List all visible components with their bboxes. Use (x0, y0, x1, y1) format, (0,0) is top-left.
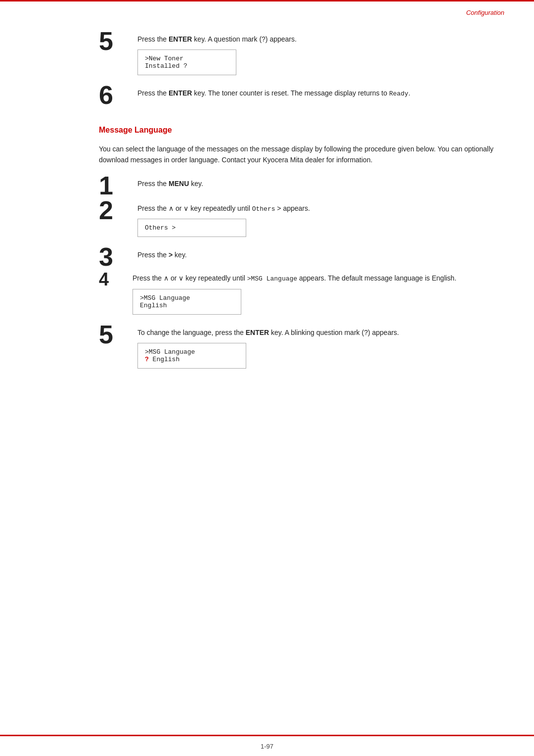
ml-step3-text-after: key. (173, 251, 187, 259)
message-language-section: Message Language (99, 126, 504, 135)
ml-step5-display-line1: >MSG Language (145, 348, 239, 356)
prior-step6-text: Press the ENTER key. The toner counter i… (137, 85, 504, 99)
page-footer: 1-97 (0, 743, 534, 750)
prior-step6-key: ENTER (169, 89, 192, 97)
ml-step4-text: Press the ∧ or ∨ key repeatedly until >M… (133, 272, 504, 284)
prior-step5-display-line2: Installed ? (145, 62, 229, 70)
top-border-line (0, 0, 534, 1)
ml-step2-text: Press the ∧ or ∨ key repeatedly until Ot… (137, 200, 504, 214)
ml-step5-mark: (?) (361, 329, 370, 336)
ml-step5-row: 5 To change the language, press the ENTE… (99, 325, 504, 377)
prior-step5-text-after: key. A question mark (192, 35, 259, 43)
ml-step1-text: Press the MENU key. (137, 176, 504, 189)
ml-step1-key: MENU (169, 180, 189, 188)
ml-step4-mono: >MSG Language (247, 275, 297, 283)
prior-step5-mark: (?) (259, 35, 267, 43)
ml-step4-display-line2: English (140, 302, 234, 309)
ml-step5-text-end: appears. (370, 329, 399, 336)
ml-step4-text-before: Press the ∧ or ∨ key repeatedly until (133, 274, 247, 282)
ml-step3-number: 3 (99, 244, 129, 270)
message-language-intro: You can select the language of the messa… (99, 143, 504, 166)
ml-step5-text: To change the language, press the ENTER … (137, 325, 504, 338)
ml-step5-display: >MSG Language ? English (137, 343, 246, 369)
ml-step2-text-after: > appears. (275, 204, 310, 212)
ml-step1-text-before: Press the (137, 180, 169, 188)
prior-step5-display: >New Toner Installed ? (137, 49, 236, 75)
ml-step1-content: Press the MENU key. (137, 176, 504, 189)
header-title: Configuration (466, 9, 504, 16)
prior-step6-mono: Ready (389, 90, 408, 97)
prior-step6-number: 6 (99, 82, 129, 108)
prior-step5-text-end: appears. (268, 35, 297, 43)
ml-step5-content: To change the language, press the ENTER … (137, 325, 504, 377)
ml-step4-display: >MSG Language English (133, 289, 241, 315)
ml-step5-text-after: key. A blinking question mark (269, 329, 361, 336)
message-language-heading: Message Language (99, 126, 504, 135)
prior-step5-content: Press the ENTER key. A question mark (?)… (137, 31, 504, 83)
ml-step5-key: ENTER (246, 329, 269, 336)
ml-step4-text-after: appears. The default message language is… (297, 274, 456, 282)
main-content: 5 Press the ENTER key. A question mark (… (0, 16, 534, 408)
ml-step4-row: 4 Press the ∧ or ∨ key repeatedly until … (99, 272, 504, 323)
prior-step5-text-before: Press the (137, 35, 169, 43)
ml-step2-row: 2 Press the ∧ or ∨ key repeatedly until … (99, 200, 504, 245)
prior-step5-number: 5 (99, 28, 129, 54)
ml-step4-number: 4 (99, 271, 124, 288)
prior-step6-row: 6 Press the ENTER key. The toner counter… (99, 85, 504, 108)
ml-step1-row: 1 Press the MENU key. (99, 176, 504, 198)
ml-step2-display-line1: Others > (145, 224, 239, 232)
ml-step5-text-before: To change the language, press the (137, 329, 246, 336)
prior-step5-key: ENTER (169, 35, 192, 43)
ml-step1-number: 1 (99, 173, 129, 198)
prior-step5-text: Press the ENTER key. A question mark (?)… (137, 31, 504, 45)
ml-step2-text-before: Press the ∧ or ∨ key repeatedly until (137, 204, 252, 212)
footer-page-number: 1-97 (261, 743, 273, 750)
ml-step3-content: Press the > key. (137, 247, 504, 260)
ml-step4-display-line1: >MSG Language (140, 294, 234, 302)
ml-step2-mono: Others (252, 205, 275, 213)
page-container: Configuration 5 Press the ENTER key. A q… (0, 0, 534, 756)
ml-step5-number: 5 (99, 322, 129, 347)
ml-step5-display-line2-text: English (149, 356, 179, 363)
ml-step2-display: Others > (137, 219, 246, 237)
page-header: Configuration (0, 0, 534, 16)
ml-step2-number: 2 (99, 197, 129, 223)
ml-step2-content: Press the ∧ or ∨ key repeatedly until Ot… (137, 200, 504, 245)
prior-step6-content: Press the ENTER key. The toner counter i… (137, 85, 504, 99)
prior-step5-display-line1: >New Toner (145, 55, 229, 62)
prior-step6-text-after: key. The toner counter is reset. The mes… (192, 89, 389, 97)
ml-step5-display-line2: ? English (145, 356, 239, 363)
ml-step3-key: > (169, 251, 173, 259)
prior-step6-text-end: . (408, 89, 410, 97)
ml-step5-blink-cursor: ? (145, 356, 149, 363)
ml-step4-content: Press the ∧ or ∨ key repeatedly until >M… (133, 272, 504, 323)
bottom-border-line (0, 735, 534, 736)
ml-step3-text: Press the > key. (137, 247, 504, 260)
ml-step3-row: 3 Press the > key. (99, 247, 504, 270)
ml-step1-text-after: key. (189, 180, 203, 188)
ml-step3-text-before: Press the (137, 251, 169, 259)
prior-step6-text-before: Press the (137, 89, 169, 97)
prior-step5-row: 5 Press the ENTER key. A question mark (… (99, 31, 504, 83)
